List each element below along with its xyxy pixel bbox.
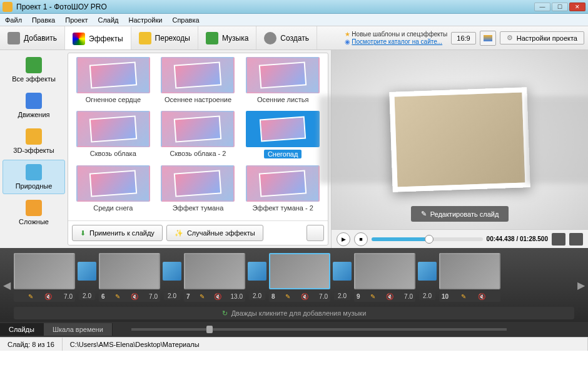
transition-thumb xyxy=(333,262,352,281)
slide-duration: 13.0 xyxy=(231,293,243,300)
slide-info-bar: 9 ✎ 🔇 7.0 xyxy=(354,291,415,302)
tab-timeline[interactable]: Шкала времени xyxy=(44,323,113,336)
sound-icon[interactable]: 🔇 xyxy=(44,293,52,300)
transition-duration: 2.0 xyxy=(334,292,350,300)
add-button[interactable]: Добавить xyxy=(0,26,65,49)
transition-item[interactable]: 2.0 xyxy=(418,253,437,300)
snapshot-button[interactable] xyxy=(552,233,565,246)
fullscreen-button[interactable] xyxy=(569,233,583,246)
maximize-button[interactable]: ☐ xyxy=(552,3,568,11)
timeline-slide[interactable]: 7 ✎ 🔇 13.0 xyxy=(184,253,245,302)
sound-icon[interactable]: 🔇 xyxy=(478,293,485,300)
pencil-icon[interactable]: ✎ xyxy=(461,293,466,300)
transition-duration: 2.0 xyxy=(249,292,265,300)
transition-item[interactable]: 2.0 xyxy=(333,253,352,300)
minimize-button[interactable]: — xyxy=(534,3,550,11)
transition-item[interactable]: 2.0 xyxy=(78,253,96,300)
arrow-down-icon: ⬇ xyxy=(80,229,86,237)
apply-to-slide-button[interactable]: ⬇ Применить к слайду xyxy=(72,225,163,241)
category-sidebar: Все эффектыДвижения3D-эффектыПриродныеСл… xyxy=(0,50,68,248)
timeline-scroll-right[interactable]: ▶ xyxy=(574,248,588,322)
sound-icon[interactable]: 🔇 xyxy=(214,293,221,300)
transition-item[interactable]: 2.0 xyxy=(248,253,266,300)
effect-item[interactable]: Эффект тумана - 2 xyxy=(240,164,325,218)
transitions-tab[interactable]: Переходы xyxy=(131,26,198,49)
effect-thumb xyxy=(161,165,235,202)
pencil-icon[interactable]: ✎ xyxy=(285,293,290,300)
progress-fill xyxy=(372,237,427,241)
menu-project[interactable]: Проект xyxy=(65,16,88,24)
progress-thumb[interactable] xyxy=(425,235,433,244)
timeline-slide[interactable]: 9 ✎ 🔇 7.0 xyxy=(354,253,415,302)
timeline-slide[interactable]: 6 ✎ 🔇 7.0 xyxy=(99,253,160,302)
statusbar: Слайд: 8 из 16 C:\Users\AMS-Elena\Deskto… xyxy=(0,337,588,351)
pencil-icon[interactable]: ✎ xyxy=(200,293,205,300)
star-icon: ★ xyxy=(345,31,350,38)
zoom-slider[interactable] xyxy=(131,328,507,331)
preview-blur-left xyxy=(319,96,394,184)
pencil-icon[interactable]: ✎ xyxy=(370,293,375,300)
timeline-slide[interactable]: ✎ 🔇 7.0 xyxy=(14,253,75,302)
timeline-slide[interactable]: 10 ✎ 🔇 xyxy=(439,253,500,302)
effect-thumb xyxy=(76,57,150,93)
zoom-thumb[interactable] xyxy=(206,326,213,333)
edit-slide-button[interactable]: ✎ Редактировать слайд xyxy=(411,206,509,222)
effect-label: Осенние листья xyxy=(257,96,308,103)
menu-slide[interactable]: Слайд xyxy=(98,16,118,24)
effect-item[interactable]: Огненное сердце xyxy=(71,56,156,110)
pencil-icon[interactable]: ✎ xyxy=(115,293,120,300)
slide-style-button[interactable] xyxy=(480,31,496,46)
progress-bar[interactable] xyxy=(372,237,483,241)
category-item[interactable]: Природные xyxy=(3,160,65,194)
music-note-icon xyxy=(206,32,218,44)
effect-item[interactable]: Снегопад xyxy=(240,110,325,165)
timeline-slide[interactable]: 8 ✎ 🔇 7.0 xyxy=(269,253,330,302)
slide-number: 10 xyxy=(442,293,449,300)
stop-button[interactable]: ■ xyxy=(354,232,368,246)
category-icon xyxy=(26,128,42,145)
status-slide: Слайд: 8 из 16 xyxy=(0,338,63,351)
effect-item[interactable]: Сквозь облака xyxy=(71,110,156,165)
transition-item[interactable]: 2.0 xyxy=(163,253,181,300)
sound-icon[interactable]: 🔇 xyxy=(301,293,308,300)
timeline-scroll-left[interactable]: ◀ xyxy=(0,248,14,322)
sound-icon[interactable]: 🔇 xyxy=(386,293,393,300)
category-icon xyxy=(26,200,42,216)
random-effects-button[interactable]: ✨ Случайные эффекты xyxy=(166,225,263,241)
brush-button[interactable] xyxy=(307,225,324,241)
slide-thumb xyxy=(439,253,500,289)
tab-slides[interactable]: Слайды xyxy=(0,323,44,336)
menu-file[interactable]: Файл xyxy=(5,16,22,24)
play-button[interactable]: ▶ xyxy=(337,232,350,246)
effect-item[interactable]: Сквозь облака - 2 xyxy=(156,110,241,165)
music-track[interactable]: ↻ Дважды кликните для добавления музыки xyxy=(14,307,574,319)
slide-thumb xyxy=(14,253,75,289)
menu-settings[interactable]: Настройки xyxy=(129,16,163,24)
effect-thumb xyxy=(161,111,235,147)
time-display: 00:44.438 / 01:28.500 xyxy=(487,235,548,242)
menu-help[interactable]: Справка xyxy=(172,16,199,24)
project-settings-button[interactable]: ⚙ Настройки проекта xyxy=(500,31,584,44)
effects-tab[interactable]: Эффекты xyxy=(65,26,131,49)
close-button[interactable]: ✕ xyxy=(569,3,585,11)
category-item[interactable]: Сложные xyxy=(3,195,65,230)
music-tab[interactable]: Музыка xyxy=(198,26,256,49)
effect-item[interactable]: Осенние листья xyxy=(240,56,325,110)
effect-item[interactable]: Среди снега xyxy=(71,164,156,218)
effect-item[interactable]: Осеннее настроение xyxy=(156,56,241,110)
slide-number: 7 xyxy=(186,293,190,300)
create-tab[interactable]: Создать xyxy=(256,26,317,49)
effect-label: Сквозь облака - 2 xyxy=(170,150,226,157)
menu-edit[interactable]: Правка xyxy=(32,16,55,24)
effect-item[interactable]: Эффект тумана xyxy=(156,164,241,218)
transition-thumb xyxy=(78,262,96,281)
effect-label: Эффект тумана xyxy=(173,204,224,212)
pencil-icon[interactable]: ✎ xyxy=(28,293,33,300)
aspect-ratio-button[interactable]: 16:9 xyxy=(451,32,475,44)
category-item[interactable]: Движения xyxy=(3,88,65,123)
slide-thumb xyxy=(184,253,245,289)
category-item[interactable]: 3D-эффекты xyxy=(3,124,65,158)
category-label: Природные xyxy=(16,182,53,190)
category-item[interactable]: Все эффекты xyxy=(3,53,65,87)
sound-icon[interactable]: 🔇 xyxy=(131,293,138,300)
